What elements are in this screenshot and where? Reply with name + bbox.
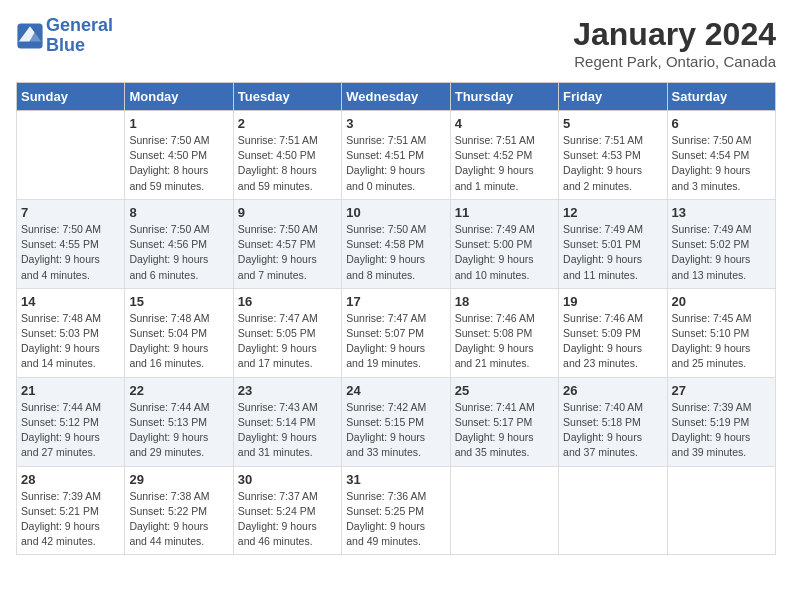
- column-header-tuesday: Tuesday: [233, 83, 341, 111]
- week-row-1: 1Sunrise: 7:50 AMSunset: 4:50 PMDaylight…: [17, 111, 776, 200]
- day-info: Sunrise: 7:48 AMSunset: 5:03 PMDaylight:…: [21, 311, 120, 372]
- day-number: 9: [238, 205, 337, 220]
- calendar-cell: 7Sunrise: 7:50 AMSunset: 4:55 PMDaylight…: [17, 199, 125, 288]
- day-info: Sunrise: 7:46 AMSunset: 5:08 PMDaylight:…: [455, 311, 554, 372]
- calendar-cell: 9Sunrise: 7:50 AMSunset: 4:57 PMDaylight…: [233, 199, 341, 288]
- calendar-cell: [17, 111, 125, 200]
- logo-line1: General: [46, 15, 113, 35]
- day-number: 27: [672, 383, 771, 398]
- day-info: Sunrise: 7:37 AMSunset: 5:24 PMDaylight:…: [238, 489, 337, 550]
- day-info: Sunrise: 7:49 AMSunset: 5:02 PMDaylight:…: [672, 222, 771, 283]
- day-number: 11: [455, 205, 554, 220]
- column-header-wednesday: Wednesday: [342, 83, 450, 111]
- day-info: Sunrise: 7:36 AMSunset: 5:25 PMDaylight:…: [346, 489, 445, 550]
- day-info: Sunrise: 7:50 AMSunset: 4:57 PMDaylight:…: [238, 222, 337, 283]
- day-number: 12: [563, 205, 662, 220]
- subtitle: Regent Park, Ontario, Canada: [573, 53, 776, 70]
- calendar-cell: 27Sunrise: 7:39 AMSunset: 5:19 PMDayligh…: [667, 377, 775, 466]
- day-info: Sunrise: 7:43 AMSunset: 5:14 PMDaylight:…: [238, 400, 337, 461]
- calendar-cell: 21Sunrise: 7:44 AMSunset: 5:12 PMDayligh…: [17, 377, 125, 466]
- day-number: 10: [346, 205, 445, 220]
- calendar-cell: 4Sunrise: 7:51 AMSunset: 4:52 PMDaylight…: [450, 111, 558, 200]
- day-info: Sunrise: 7:47 AMSunset: 5:05 PMDaylight:…: [238, 311, 337, 372]
- day-number: 19: [563, 294, 662, 309]
- logo-text: General Blue: [46, 16, 113, 56]
- day-info: Sunrise: 7:44 AMSunset: 5:12 PMDaylight:…: [21, 400, 120, 461]
- day-info: Sunrise: 7:49 AMSunset: 5:01 PMDaylight:…: [563, 222, 662, 283]
- day-number: 22: [129, 383, 228, 398]
- day-number: 16: [238, 294, 337, 309]
- calendar-cell: 24Sunrise: 7:42 AMSunset: 5:15 PMDayligh…: [342, 377, 450, 466]
- calendar-cell: 28Sunrise: 7:39 AMSunset: 5:21 PMDayligh…: [17, 466, 125, 555]
- page-header: General Blue January 2024 Regent Park, O…: [16, 16, 776, 70]
- day-number: 14: [21, 294, 120, 309]
- column-header-saturday: Saturday: [667, 83, 775, 111]
- calendar-cell: 23Sunrise: 7:43 AMSunset: 5:14 PMDayligh…: [233, 377, 341, 466]
- day-number: 29: [129, 472, 228, 487]
- calendar-cell: 1Sunrise: 7:50 AMSunset: 4:50 PMDaylight…: [125, 111, 233, 200]
- day-number: 2: [238, 116, 337, 131]
- calendar-cell: 13Sunrise: 7:49 AMSunset: 5:02 PMDayligh…: [667, 199, 775, 288]
- day-info: Sunrise: 7:50 AMSunset: 4:56 PMDaylight:…: [129, 222, 228, 283]
- day-info: Sunrise: 7:50 AMSunset: 4:50 PMDaylight:…: [129, 133, 228, 194]
- day-info: Sunrise: 7:41 AMSunset: 5:17 PMDaylight:…: [455, 400, 554, 461]
- calendar-cell: 17Sunrise: 7:47 AMSunset: 5:07 PMDayligh…: [342, 288, 450, 377]
- day-number: 25: [455, 383, 554, 398]
- day-number: 21: [21, 383, 120, 398]
- calendar-cell: 15Sunrise: 7:48 AMSunset: 5:04 PMDayligh…: [125, 288, 233, 377]
- calendar-cell: [450, 466, 558, 555]
- day-number: 17: [346, 294, 445, 309]
- calendar-cell: 11Sunrise: 7:49 AMSunset: 5:00 PMDayligh…: [450, 199, 558, 288]
- day-number: 1: [129, 116, 228, 131]
- calendar-cell: [667, 466, 775, 555]
- day-info: Sunrise: 7:40 AMSunset: 5:18 PMDaylight:…: [563, 400, 662, 461]
- calendar-cell: 22Sunrise: 7:44 AMSunset: 5:13 PMDayligh…: [125, 377, 233, 466]
- header-row: SundayMondayTuesdayWednesdayThursdayFrid…: [17, 83, 776, 111]
- calendar-cell: 12Sunrise: 7:49 AMSunset: 5:01 PMDayligh…: [559, 199, 667, 288]
- day-number: 24: [346, 383, 445, 398]
- day-number: 8: [129, 205, 228, 220]
- week-row-3: 14Sunrise: 7:48 AMSunset: 5:03 PMDayligh…: [17, 288, 776, 377]
- day-number: 31: [346, 472, 445, 487]
- day-number: 18: [455, 294, 554, 309]
- day-number: 30: [238, 472, 337, 487]
- day-info: Sunrise: 7:51 AMSunset: 4:51 PMDaylight:…: [346, 133, 445, 194]
- calendar-cell: 26Sunrise: 7:40 AMSunset: 5:18 PMDayligh…: [559, 377, 667, 466]
- calendar-cell: 20Sunrise: 7:45 AMSunset: 5:10 PMDayligh…: [667, 288, 775, 377]
- day-info: Sunrise: 7:39 AMSunset: 5:19 PMDaylight:…: [672, 400, 771, 461]
- day-number: 4: [455, 116, 554, 131]
- calendar-cell: 18Sunrise: 7:46 AMSunset: 5:08 PMDayligh…: [450, 288, 558, 377]
- calendar-cell: 31Sunrise: 7:36 AMSunset: 5:25 PMDayligh…: [342, 466, 450, 555]
- calendar-cell: 16Sunrise: 7:47 AMSunset: 5:05 PMDayligh…: [233, 288, 341, 377]
- day-info: Sunrise: 7:42 AMSunset: 5:15 PMDaylight:…: [346, 400, 445, 461]
- calendar-cell: 19Sunrise: 7:46 AMSunset: 5:09 PMDayligh…: [559, 288, 667, 377]
- calendar-cell: 6Sunrise: 7:50 AMSunset: 4:54 PMDaylight…: [667, 111, 775, 200]
- day-info: Sunrise: 7:50 AMSunset: 4:55 PMDaylight:…: [21, 222, 120, 283]
- column-header-monday: Monday: [125, 83, 233, 111]
- day-info: Sunrise: 7:39 AMSunset: 5:21 PMDaylight:…: [21, 489, 120, 550]
- day-info: Sunrise: 7:51 AMSunset: 4:53 PMDaylight:…: [563, 133, 662, 194]
- column-header-sunday: Sunday: [17, 83, 125, 111]
- calendar-cell: 3Sunrise: 7:51 AMSunset: 4:51 PMDaylight…: [342, 111, 450, 200]
- logo-line2: Blue: [46, 35, 85, 55]
- calendar-cell: 8Sunrise: 7:50 AMSunset: 4:56 PMDaylight…: [125, 199, 233, 288]
- calendar-cell: 2Sunrise: 7:51 AMSunset: 4:50 PMDaylight…: [233, 111, 341, 200]
- calendar-cell: [559, 466, 667, 555]
- day-info: Sunrise: 7:46 AMSunset: 5:09 PMDaylight:…: [563, 311, 662, 372]
- week-row-4: 21Sunrise: 7:44 AMSunset: 5:12 PMDayligh…: [17, 377, 776, 466]
- day-info: Sunrise: 7:44 AMSunset: 5:13 PMDaylight:…: [129, 400, 228, 461]
- column-header-friday: Friday: [559, 83, 667, 111]
- day-number: 20: [672, 294, 771, 309]
- day-number: 23: [238, 383, 337, 398]
- logo: General Blue: [16, 16, 113, 56]
- day-info: Sunrise: 7:45 AMSunset: 5:10 PMDaylight:…: [672, 311, 771, 372]
- day-number: 7: [21, 205, 120, 220]
- week-row-5: 28Sunrise: 7:39 AMSunset: 5:21 PMDayligh…: [17, 466, 776, 555]
- day-number: 26: [563, 383, 662, 398]
- column-header-thursday: Thursday: [450, 83, 558, 111]
- day-info: Sunrise: 7:49 AMSunset: 5:00 PMDaylight:…: [455, 222, 554, 283]
- day-number: 28: [21, 472, 120, 487]
- day-info: Sunrise: 7:50 AMSunset: 4:54 PMDaylight:…: [672, 133, 771, 194]
- calendar-cell: 10Sunrise: 7:50 AMSunset: 4:58 PMDayligh…: [342, 199, 450, 288]
- calendar-cell: 14Sunrise: 7:48 AMSunset: 5:03 PMDayligh…: [17, 288, 125, 377]
